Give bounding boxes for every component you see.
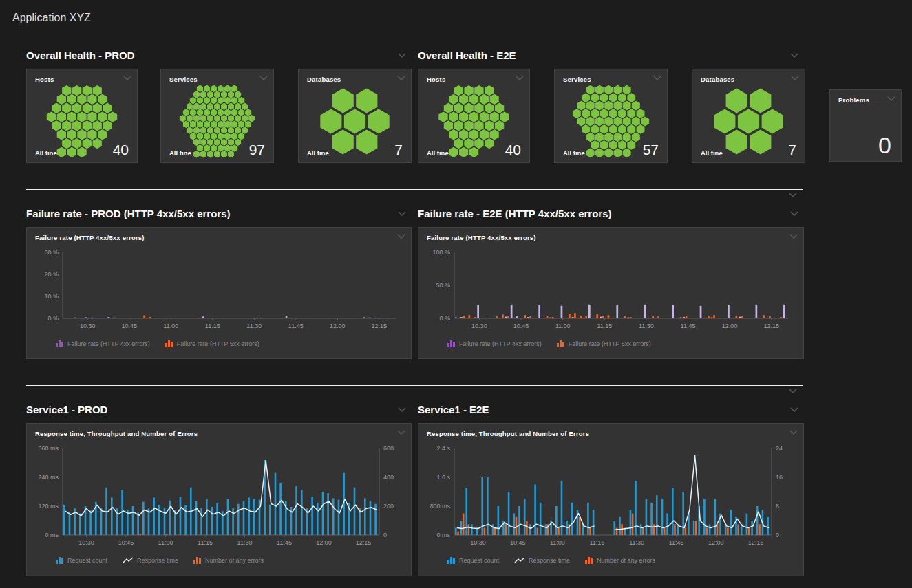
bar-series-icon (193, 556, 202, 564)
svg-text:20 %: 20 % (44, 271, 59, 278)
tile-title: Services (563, 76, 591, 83)
section-title: Failure rate - PROD (HTTP 4xx/5xx errors… (26, 208, 231, 219)
chart-tile-failure-prod[interactable]: Failure rate (HTTP 4xx/5xx errors) 30 %2… (26, 227, 412, 359)
entity-count: 40 (505, 142, 521, 157)
chevron-down-icon[interactable] (259, 76, 268, 80)
bar-series-icon (56, 556, 64, 564)
chevron-down-icon[interactable] (791, 76, 799, 80)
svg-text:11:15: 11:15 (590, 539, 605, 546)
legend-label: Failure rate (HTTP 5xx errors) (177, 340, 259, 347)
legend-item[interactable]: Request count (56, 556, 107, 564)
chevron-down-icon[interactable] (397, 76, 405, 80)
chart-tile-service-e2e[interactable]: Response time, Throughput and Number of … (418, 423, 804, 576)
tile-databases-e2e[interactable]: Databases All fine7 (692, 69, 805, 163)
svg-text:8: 8 (776, 503, 779, 510)
svg-text:11:00: 11:00 (550, 539, 565, 546)
chevron-down-icon[interactable] (790, 211, 798, 216)
section-divider (26, 189, 803, 190)
failure-rate-prod-chart[interactable]: 30 %20 %10 %0 %10:3010:4511:0011:1511:30… (31, 246, 407, 335)
service-e2e-chart[interactable]: 2.4 s1.6 s800 ms0 ms24168010:3010:4511:0… (423, 442, 799, 552)
svg-text:11:30: 11:30 (246, 323, 262, 329)
tile-title: Problems (838, 96, 869, 104)
bar-series-icon (165, 340, 173, 347)
svg-text:11:15: 11:15 (597, 323, 612, 329)
legend-label: Request count (459, 557, 499, 564)
section-title: Service1 - E2E (418, 404, 489, 415)
chevron-down-icon[interactable] (123, 76, 131, 80)
svg-text:10:45: 10:45 (513, 323, 529, 329)
entity-count: 57 (643, 142, 659, 157)
section-title: Overall Health - E2E (418, 50, 516, 61)
tile-hosts-e2e[interactable]: Hosts All fine40 (418, 69, 530, 163)
chevron-down-icon[interactable] (653, 76, 661, 80)
service-prod-chart[interactable]: 360 ms240 ms120 ms0 ms600400200010:3010:… (31, 442, 407, 552)
chevron-down-icon[interactable] (790, 53, 798, 58)
legend-item[interactable]: Failure rate (HTTP 5xx errors) (557, 340, 651, 347)
bar-series-icon (56, 340, 64, 347)
tile-problems[interactable]: Problems 0 (829, 89, 902, 162)
legend-item[interactable]: Failure rate (HTTP 4xx errors) (56, 340, 150, 347)
chart-tile-failure-e2e[interactable]: Failure rate (HTTP 4xx/5xx errors) 100 %… (418, 227, 804, 359)
chevron-down-icon[interactable] (398, 53, 406, 58)
tile-hosts-prod[interactable]: Hosts All fine40 (26, 69, 138, 163)
legend-item[interactable]: Number of any errors (585, 556, 655, 564)
chart-tile-service-prod[interactable]: Response time, Throughput and Number of … (26, 423, 412, 576)
line-series-icon (123, 557, 134, 564)
chevron-down-icon[interactable] (398, 211, 406, 216)
chevron-down-icon[interactable] (887, 96, 895, 101)
chart-legend: Request countResponse timeNumber of any … (447, 556, 796, 564)
svg-text:10:30: 10:30 (471, 323, 487, 329)
legend-item[interactable]: Response time (514, 557, 570, 564)
legend-label: Failure rate (HTTP 5xx errors) (569, 340, 651, 347)
chevron-down-icon[interactable] (790, 407, 798, 412)
legend-item[interactable]: Request count (447, 556, 499, 564)
entity-count: 97 (249, 142, 265, 157)
chevron-down-icon[interactable] (397, 234, 405, 239)
svg-text:12:15: 12:15 (356, 539, 372, 546)
svg-text:0 ms: 0 ms (45, 532, 59, 538)
legend-item[interactable]: Number of any errors (193, 556, 264, 564)
page-title: Application XYZ (12, 12, 91, 24)
chevron-down-icon[interactable] (789, 234, 798, 239)
chevron-down-icon[interactable] (789, 193, 797, 197)
chevron-down-icon[interactable] (516, 76, 524, 80)
tile-databases-prod[interactable]: Databases All fine7 (298, 69, 412, 163)
tile-services-e2e[interactable]: Services All fine57 (554, 69, 668, 163)
tile-title: Response time, Throughput and Number of … (35, 430, 198, 437)
legend-item[interactable]: Failure rate (HTTP 5xx errors) (165, 340, 259, 347)
health-status: All fine (701, 149, 723, 157)
svg-text:12:00: 12:00 (708, 539, 724, 546)
chevron-down-icon[interactable] (398, 407, 406, 412)
tile-services-prod[interactable]: Services All fine97 (160, 69, 274, 163)
svg-text:11:30: 11:30 (237, 539, 253, 546)
section-title: Overall Health - PROD (26, 50, 135, 61)
svg-text:11:45: 11:45 (681, 323, 696, 329)
chart-legend: Request countResponse timeNumber of any … (56, 556, 404, 564)
problems-count: 0 (878, 133, 891, 157)
svg-text:120 ms: 120 ms (38, 503, 59, 510)
bar-series-icon (557, 340, 565, 347)
section-header-service-e2e: Service1 - E2E (418, 402, 798, 416)
svg-text:11:45: 11:45 (288, 323, 304, 329)
chevron-down-icon[interactable] (789, 389, 797, 393)
svg-text:24: 24 (776, 445, 783, 452)
svg-text:12:00: 12:00 (330, 323, 346, 329)
legend-item[interactable]: Failure rate (HTTP 4xx errors) (447, 340, 542, 347)
section-header-service-prod: Service1 - PROD (26, 402, 406, 416)
failure-rate-e2e-chart[interactable]: 100 %50 %0 %10:3010:4511:0011:1511:3011:… (423, 246, 799, 335)
tile-title: Failure rate (HTTP 4xx/5xx errors) (35, 234, 145, 241)
tile-title: Hosts (35, 76, 54, 83)
chart-legend: Failure rate (HTTP 4xx errors)Failure ra… (447, 340, 796, 347)
legend-item[interactable]: Response time (123, 557, 178, 564)
chevron-down-icon[interactable] (789, 430, 798, 435)
section-title: Service1 - PROD (26, 404, 107, 415)
svg-text:400: 400 (383, 474, 394, 481)
tile-title: Databases (701, 76, 734, 83)
tile-title: Response time, Throughput and Number of … (427, 430, 589, 437)
health-status: All fine (307, 149, 329, 157)
tile-title: Hosts (427, 76, 445, 83)
chevron-down-icon[interactable] (397, 430, 405, 435)
svg-text:0: 0 (776, 532, 779, 538)
chart-legend: Failure rate (HTTP 4xx errors)Failure ra… (56, 340, 404, 347)
section-title: Failure rate - E2E (HTTP 4xx/5xx errors) (418, 208, 612, 219)
